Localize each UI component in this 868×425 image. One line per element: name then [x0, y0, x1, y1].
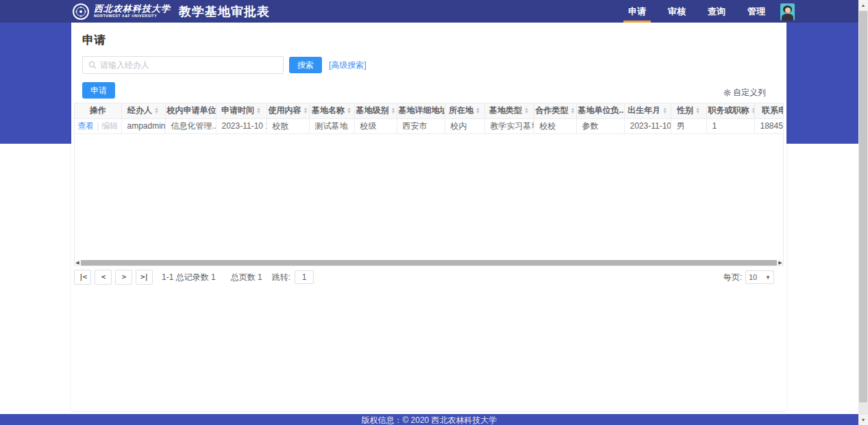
table-cell: 校校	[534, 118, 576, 133]
column-header-5[interactable]: 基地名称▲▼	[309, 103, 354, 118]
university-name-cn: 西北农林科技大学	[94, 4, 171, 13]
nav-tab-1[interactable]: 审核	[663, 0, 691, 23]
toolbar-row: 申请 自定义列	[82, 82, 776, 99]
page-viewport: 西北农林科技大学 NORTHWEST A&F UNIVERSITY 教学基地审批…	[0, 0, 868, 425]
table-cell: 测试基地	[309, 118, 354, 133]
sort-arrows-icon[interactable]: ▲▼	[256, 107, 261, 114]
sort-arrows-icon[interactable]: ▲▼	[475, 107, 480, 114]
sort-arrows-icon[interactable]: ▲▼	[154, 107, 159, 114]
column-header-4[interactable]: 使用内容▲▼	[266, 103, 309, 118]
table-cell: 男	[671, 118, 706, 133]
table-cell: 2023-11-10	[624, 118, 671, 133]
column-label: 基地单位负...	[578, 105, 625, 116]
search-button[interactable]: 搜索	[289, 57, 322, 73]
horizontal-scrollbar[interactable]: ◀ ▶	[75, 259, 783, 266]
sort-arrows-icon[interactable]: ▲▼	[524, 107, 529, 114]
last-page-button[interactable]: >|	[136, 270, 153, 285]
edit-link[interactable]: 编辑	[101, 121, 118, 131]
table-cell: 1884557	[754, 118, 784, 133]
sort-arrows-icon[interactable]: ▲▼	[752, 107, 755, 114]
sort-arrows-icon[interactable]: ▲▼	[347, 107, 351, 114]
table-cell: 校内	[445, 118, 484, 133]
brand-block: 西北农林科技大学 NORTHWEST A&F UNIVERSITY 教学基地审批…	[0, 3, 270, 20]
per-page-value: 10	[749, 273, 765, 281]
column-header-6[interactable]: 基地级别▲▼	[354, 103, 397, 118]
pagination-bar: |< < > >| 1-1 总记录数 1 总页数 1 跳转: 每页: 10 ▼	[74, 270, 784, 285]
jump-label: 跳转:	[272, 272, 290, 283]
user-avatar[interactable]	[780, 3, 795, 21]
sort-arrows-icon[interactable]: ▲▼	[695, 107, 700, 114]
next-page-button[interactable]: >	[115, 270, 132, 285]
hscroll-left-arrow-icon[interactable]: ◀	[75, 259, 80, 266]
column-header-2[interactable]: 校内申请单位▲▼	[165, 103, 216, 118]
vertical-scrollbar[interactable]: ▲ ▼	[858, 0, 868, 425]
column-header-0: 操作	[75, 103, 121, 118]
search-input[interactable]	[100, 60, 277, 70]
sort-arrows-icon[interactable]: ▲▼	[391, 107, 396, 114]
column-header-9[interactable]: 基地类型▲▼	[484, 103, 534, 118]
table-cell: 2023-11-10 1...	[216, 118, 266, 133]
university-name-en: NORTHWEST A&F UNIVERSITY	[94, 14, 171, 18]
hscroll-thumb[interactable]	[81, 260, 777, 266]
nav-tab-2[interactable]: 查询	[703, 0, 730, 23]
table-cell: 教学实习基地	[484, 118, 534, 133]
column-header-15[interactable]: 联系电话▲▼	[754, 103, 784, 118]
column-label: 联系电话	[762, 105, 784, 116]
column-label: 性别	[677, 105, 693, 116]
avatar-body	[782, 14, 793, 21]
column-label: 所在地	[449, 105, 473, 116]
column-header-3[interactable]: 申请时间▲▼	[216, 103, 266, 118]
nav-tab-3[interactable]: 管理	[743, 0, 770, 23]
column-header-11[interactable]: 基地单位负...▲▼	[576, 103, 624, 118]
column-header-12[interactable]: 出生年月▲▼	[624, 103, 671, 118]
search-box[interactable]	[82, 56, 284, 74]
table-container: 操作经办人▲▼校内申请单位▲▼申请时间▲▼使用内容▲▼基地名称▲▼基地级别▲▼基…	[74, 103, 784, 266]
column-label: 基地类型	[489, 105, 522, 116]
per-page-select[interactable]: 10 ▼	[745, 270, 774, 284]
vscroll-thumb[interactable]	[859, 11, 867, 402]
column-label: 基地详细地址	[399, 105, 445, 116]
table-cell: ampadmin	[121, 118, 165, 133]
per-page-group: 每页: 10 ▼	[723, 270, 774, 284]
table-row: 查看|编辑ampadmin信息化管理...2023-11-10 1...校散测试…	[75, 118, 784, 133]
search-row: 搜索 [高级搜索]	[82, 56, 776, 74]
main-nav: 申请审核查询管理	[617, 0, 776, 23]
column-header-13[interactable]: 性别▲▼	[671, 103, 706, 118]
search-icon	[88, 61, 97, 69]
first-page-button[interactable]: |<	[74, 270, 91, 285]
table-cell: 信息化管理...	[165, 118, 216, 133]
vscroll-down-arrow-icon[interactable]: ▼	[858, 415, 868, 425]
column-header-8[interactable]: 所在地▲▼	[445, 103, 484, 118]
jump-page-input[interactable]	[295, 270, 314, 284]
table-header-row: 操作经办人▲▼校内申请单位▲▼申请时间▲▼使用内容▲▼基地名称▲▼基地级别▲▼基…	[75, 103, 784, 118]
customize-columns-button[interactable]: 自定义列	[723, 87, 766, 99]
apply-button[interactable]: 申请	[82, 82, 115, 99]
column-header-1[interactable]: 经办人▲▼	[121, 103, 165, 118]
column-label: 经办人	[127, 105, 152, 116]
table-cell: 1	[706, 118, 754, 133]
column-label: 基地名称	[312, 105, 345, 116]
avatar-face	[785, 8, 791, 13]
column-header-10[interactable]: 合作类型▲▼	[534, 103, 576, 118]
sort-arrows-icon[interactable]: ▲▼	[662, 107, 667, 114]
row-actions-cell: 查看|编辑	[75, 118, 121, 133]
gear-icon	[723, 89, 731, 96]
column-header-14[interactable]: 职务或职称▲▼	[706, 103, 754, 118]
column-label: 出生年月	[628, 105, 660, 116]
prev-page-button[interactable]: <	[95, 270, 112, 285]
column-label: 基地级别	[356, 105, 389, 116]
vscroll-up-arrow-icon[interactable]: ▲	[858, 0, 868, 10]
sort-arrows-icon[interactable]: ▲▼	[303, 107, 308, 114]
sort-arrows-icon[interactable]: ▲▼	[571, 107, 575, 114]
column-header-7[interactable]: 基地详细地址▲▼	[397, 103, 445, 118]
column-label: 使用内容	[269, 105, 301, 116]
column-label: 校内申请单位	[167, 105, 216, 116]
copyright-footer: 版权信息：© 2020 西北农林科技大学	[0, 414, 858, 425]
nav-tab-0[interactable]: 申请	[623, 0, 651, 23]
total-pages-text: 总页数 1	[231, 272, 262, 283]
advanced-search-link[interactable]: [高级搜索]	[329, 60, 367, 71]
app-title: 教学基地审批表	[179, 3, 270, 20]
hscroll-right-arrow-icon[interactable]: ▶	[778, 259, 783, 266]
university-name-block: 西北农林科技大学 NORTHWEST A&F UNIVERSITY	[94, 4, 171, 18]
view-link[interactable]: 查看	[77, 121, 94, 131]
